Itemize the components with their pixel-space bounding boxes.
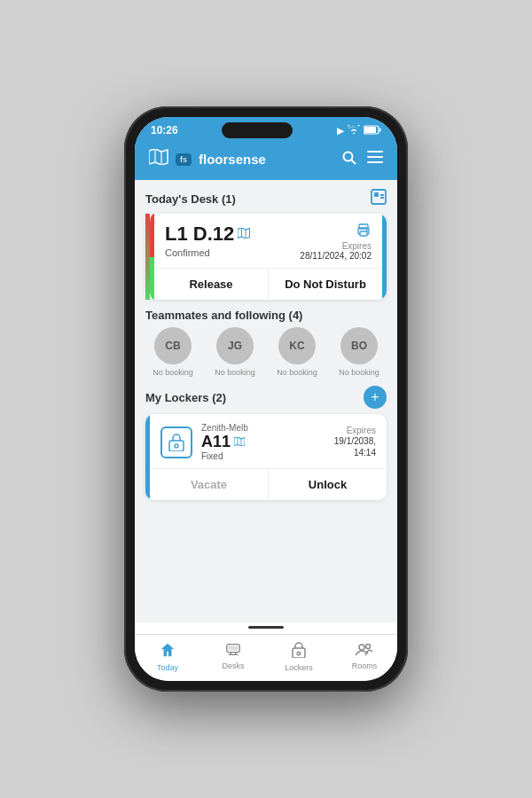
svg-rect-2: [364, 127, 376, 133]
search-icon[interactable]: [342, 151, 356, 168]
lockers-label: Lockers: [285, 663, 313, 672]
svg-marker-15: [238, 228, 250, 239]
teammates-header: Teammates and following (4): [145, 309, 387, 322]
vacate-button[interactable]: Vacate: [150, 469, 269, 500]
desk-info: L1 D.12 Confirmed: [154, 214, 382, 268]
desk-card: L1 D.12 Confirmed: [145, 214, 387, 300]
teammate-item-3[interactable]: BO No booking: [339, 327, 379, 377]
status-time: 10:26: [151, 124, 178, 137]
teammate-status-2: No booking: [277, 368, 317, 377]
phone-screen: 10:26 ▶: [135, 117, 397, 681]
svg-point-33: [297, 652, 301, 655]
svg-marker-24: [234, 437, 245, 446]
teammate-item-1[interactable]: JG No booking: [215, 327, 255, 377]
phone-frame: 10:26 ▶: [124, 106, 408, 692]
desk-right-bar: [382, 214, 387, 300]
lockers-title: My Lockers (2): [145, 391, 226, 404]
app-name: floorsense: [199, 152, 266, 167]
teammates-title: Teammates and following (4): [145, 309, 302, 322]
teammate-status-1: No booking: [215, 368, 255, 377]
locker-expires-date: 19/1/2038,14:14: [334, 435, 376, 458]
svg-rect-32: [293, 648, 305, 658]
teammate-avatar-3: BO: [340, 327, 378, 364]
locker-card: Zenith-Melb A11: [145, 414, 387, 500]
locker-icon: [160, 426, 192, 458]
desk-expires: Expires 28/11/2024, 20:02: [300, 223, 372, 261]
teammate-status-3: No booking: [339, 368, 379, 377]
rooms-label: Rooms: [352, 661, 378, 670]
svg-rect-1: [379, 128, 380, 131]
svg-rect-11: [372, 190, 386, 204]
locker-name: A11: [201, 433, 334, 451]
desk-status: Confirmed: [165, 247, 250, 258]
svg-rect-20: [360, 231, 367, 236]
teammate-avatar-2: KC: [278, 327, 316, 364]
teammate-avatar-1: JG: [216, 327, 254, 364]
svg-rect-31: [229, 645, 239, 650]
svg-rect-22: [169, 441, 184, 451]
lockers-header: My Lockers (2) +: [145, 386, 387, 409]
desks-icon: [225, 642, 241, 660]
nav-desks[interactable]: Desks: [200, 642, 266, 672]
locker-map-link-icon[interactable]: [234, 436, 245, 449]
scroll-indicator-container: [135, 622, 397, 634]
locker-type: Fixed: [201, 451, 334, 461]
teammate-avatar-0: CB: [154, 327, 192, 364]
desk-actions: Release Do Not Disturb: [154, 268, 382, 300]
desk-card-content: L1 D.12 Confirmed: [154, 214, 382, 300]
app-header: fs floorsense: [135, 142, 397, 180]
locker-info: Zenith-Melb A11: [150, 414, 387, 468]
dynamic-island: [222, 122, 293, 138]
desks-label: Desks: [222, 661, 244, 670]
desk-map-link-icon[interactable]: [238, 227, 250, 241]
desk-printer-icon: [300, 223, 372, 239]
teammate-item-2[interactable]: KC No booking: [277, 327, 317, 377]
lockers-icon: [292, 642, 306, 661]
expires-label: Expires: [300, 241, 372, 251]
main-content: Today's Desk (1): [135, 180, 397, 622]
locker-card-content: Zenith-Melb A11: [150, 414, 387, 500]
svg-rect-12: [374, 192, 379, 197]
header-logo-area: fs floorsense: [149, 149, 266, 169]
dnd-button[interactable]: Do Not Disturb: [269, 269, 382, 300]
wifi-icon: [348, 125, 360, 136]
todays-desk-header: Today's Desk (1): [145, 189, 387, 208]
add-locker-button[interactable]: +: [364, 386, 387, 409]
avatars-row: CB No booking JG No booking KC No bookin…: [145, 327, 387, 377]
expires-date: 28/11/2024, 20:02: [300, 251, 372, 261]
teammates-section: Teammates and following (4) CB No bookin…: [145, 309, 387, 377]
svg-line-7: [352, 160, 356, 164]
nav-lockers[interactable]: Lockers: [266, 642, 332, 672]
svg-point-35: [366, 645, 371, 649]
fs-badge: fs: [176, 153, 192, 166]
today-icon: [160, 642, 176, 661]
svg-point-21: [366, 230, 368, 231]
locker-details: Zenith-Melb A11: [201, 423, 334, 461]
header-icons: [342, 151, 383, 168]
desk-name-area: L1 D.12 Confirmed: [165, 223, 250, 258]
apple-tv-icon: ▶: [337, 126, 344, 136]
nav-rooms[interactable]: Rooms: [332, 642, 397, 672]
menu-icon[interactable]: [367, 151, 383, 168]
svg-marker-3: [149, 149, 168, 165]
svg-point-34: [359, 645, 364, 650]
battery-icon: [364, 125, 381, 137]
scroll-indicator: [248, 626, 284, 629]
unlock-button[interactable]: Unlock: [269, 469, 387, 500]
svg-rect-10: [367, 161, 383, 163]
todays-desk-section: Today's Desk (1): [145, 189, 387, 300]
expand-icon[interactable]: [371, 189, 387, 208]
nav-today[interactable]: Today: [135, 642, 200, 672]
rooms-icon: [356, 642, 373, 660]
svg-point-6: [344, 152, 353, 160]
locker-actions: Vacate Unlock: [150, 468, 387, 500]
teammate-item-0[interactable]: CB No booking: [153, 327, 193, 377]
svg-rect-8: [367, 151, 383, 153]
release-button[interactable]: Release: [154, 269, 269, 300]
my-lockers-section: My Lockers (2) +: [145, 386, 387, 500]
todays-desk-title: Today's Desk (1): [145, 192, 236, 206]
status-bar: 10:26 ▶: [135, 117, 397, 142]
teammate-status-0: No booking: [153, 368, 193, 377]
today-label: Today: [157, 663, 178, 672]
map-icon: [149, 149, 168, 169]
